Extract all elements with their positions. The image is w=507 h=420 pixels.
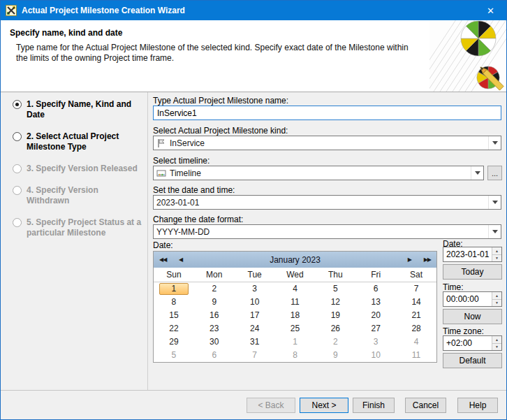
spinner-down-icon[interactable]: ▼	[492, 255, 501, 262]
wizard-step[interactable]: 1. Specify Name, Kind and Date	[13, 99, 142, 120]
calendar-day[interactable]: 9	[315, 349, 355, 362]
next-month-button[interactable]: ▶	[408, 252, 411, 268]
timezone-spinner[interactable]: +02:00 ▲ ▼	[443, 335, 502, 351]
calendar-day[interactable]: 30	[194, 335, 235, 349]
calendar-day[interactable]: 31	[235, 335, 275, 349]
calendar-day[interactable]: 13	[355, 296, 396, 309]
calendar-day[interactable]: 22	[154, 322, 194, 335]
calendar-day[interactable]: 7	[396, 282, 436, 296]
calendar-day[interactable]: 29	[154, 335, 194, 349]
calendar-day[interactable]: 21	[396, 309, 436, 322]
today-button[interactable]: Today	[443, 264, 502, 280]
kind-select[interactable]: InService	[153, 136, 501, 150]
prev-month-button[interactable]: ◀	[179, 252, 182, 268]
calendar-day[interactable]: 7	[235, 349, 275, 362]
timeline-value: Timeline	[170, 168, 471, 178]
date-spinner[interactable]: 2023-01-01 ▲ ▼	[443, 247, 502, 262]
format-dropdown-arrow-icon	[488, 225, 501, 238]
timeline-dropdown-arrow-icon	[471, 166, 483, 180]
calendar-day[interactable]: 2	[194, 282, 235, 296]
calendar-day[interactable]: 5	[154, 349, 194, 362]
time-spinner-value: 00:00:00	[443, 292, 492, 306]
calendar-header: ◀◀ ◀ January 2023 ▶ ▶▶	[154, 252, 436, 268]
calendar-day[interactable]: 8	[154, 296, 194, 309]
back-button: < Back	[247, 398, 295, 413]
prev-year-button[interactable]: ◀◀	[159, 252, 166, 268]
step-radio[interactable]	[13, 100, 22, 109]
calendar-day[interactable]: 6	[194, 349, 235, 362]
next-year-button[interactable]: ▶▶	[424, 252, 431, 268]
time-spinner[interactable]: 00:00:00 ▲ ▼	[443, 291, 502, 307]
cancel-button[interactable]: Cancel	[405, 398, 446, 413]
calendar-day[interactable]: 2	[315, 335, 355, 349]
now-button[interactable]: Now	[443, 309, 502, 324]
titlebar[interactable]: Actual Project Milestone Creation Wizard…	[1, 1, 506, 20]
main-panel: Type Actual Project Milestone name: Sele…	[153, 92, 502, 391]
calendar-day[interactable]: 12	[315, 296, 355, 309]
format-select[interactable]: YYYY-MM-DD	[153, 224, 501, 239]
datetime-label: Set the date and time:	[153, 185, 235, 195]
weekday-label: Tue	[235, 270, 275, 280]
calendar-day[interactable]: 26	[315, 322, 355, 335]
spinner-up-icon[interactable]: ▲	[492, 247, 501, 255]
calendar-day[interactable]: 1	[275, 335, 316, 349]
default-button[interactable]: Default	[443, 353, 502, 368]
calendar-day[interactable]: 6	[355, 282, 396, 296]
spinner-down-icon[interactable]: ▼	[492, 300, 501, 307]
timezone-spinner-value: +02:00	[443, 336, 492, 350]
calendar-day[interactable]: 19	[315, 309, 355, 322]
calendar-day[interactable]: 11	[275, 296, 316, 309]
timeline-label: Select timeline:	[153, 156, 210, 166]
date-spinner-value: 2023-01-01	[443, 247, 492, 261]
spinner-up-icon[interactable]: ▲	[492, 336, 501, 344]
calendar-day[interactable]: 16	[194, 309, 235, 322]
calendar-day[interactable]: 5	[315, 282, 355, 296]
calendar-day[interactable]: 17	[235, 309, 275, 322]
calendar-day[interactable]: 3	[355, 335, 396, 349]
help-button[interactable]: Help	[457, 398, 498, 413]
close-button[interactable]: ✕	[475, 1, 506, 20]
calendar-day[interactable]: 10	[235, 296, 275, 309]
wizard-dialog: Actual Project Milestone Creation Wizard…	[0, 0, 507, 420]
step-radio[interactable]	[13, 132, 22, 141]
weekday-label: Mon	[194, 270, 235, 280]
step-label: 5. Specify Project Status at a particula…	[27, 217, 142, 238]
calendar-day[interactable]: 18	[275, 309, 316, 322]
next-button[interactable]: Next >	[300, 398, 348, 413]
calendar-grid: 1234567891011121314151617181920212223242…	[154, 282, 436, 362]
kind-label: Select Actual Project Milestone kind:	[153, 126, 288, 136]
calendar-day[interactable]: 1	[154, 282, 194, 296]
timeline-select[interactable]: Timeline	[153, 166, 484, 180]
spinner-up-icon[interactable]: ▲	[492, 292, 501, 300]
calendar-day[interactable]: 24	[235, 322, 275, 335]
calendar-day[interactable]: 20	[355, 309, 396, 322]
calendar-day[interactable]: 14	[396, 296, 436, 309]
finish-button[interactable]: Finish	[353, 398, 395, 413]
weekday-label: Fri	[355, 270, 396, 280]
datetime-value: 2023-01-01	[156, 198, 488, 208]
calendar-day[interactable]: 28	[396, 322, 436, 335]
calendar-day[interactable]: 10	[355, 349, 396, 362]
calendar-day[interactable]: 27	[355, 322, 396, 335]
wizard-step: 4. Specify Version Withdrawn	[13, 185, 142, 206]
calendar-day[interactable]: 3	[235, 282, 275, 296]
spinner-down-icon[interactable]: ▼	[492, 344, 501, 351]
side-timezone-label: Time zone:	[443, 326, 484, 336]
timeline-browse-button[interactable]: ...	[487, 166, 502, 180]
wizard-steps: 1. Specify Name, Kind and Date2. Select …	[1, 92, 148, 391]
calendar-day[interactable]: 11	[396, 349, 436, 362]
timezone-spinner-buttons: ▲ ▼	[492, 336, 501, 350]
calendar-day[interactable]: 4	[396, 335, 436, 349]
calendar-day[interactable]: 23	[194, 322, 235, 335]
calendar-day[interactable]: 15	[154, 309, 194, 322]
wizard-step[interactable]: 2. Select Actual Project Milestone Type	[13, 131, 142, 152]
wizard-step: 3. Specify Version Released	[13, 164, 142, 174]
datetime-select[interactable]: 2023-01-01	[153, 195, 501, 210]
step-label: 4. Specify Version Withdrawn	[27, 185, 142, 206]
milestone-name-input[interactable]	[153, 106, 501, 120]
calendar-day[interactable]: 8	[275, 349, 316, 362]
calendar-section-label: Date:	[153, 240, 173, 250]
calendar-day[interactable]: 9	[194, 296, 235, 309]
calendar-day[interactable]: 25	[275, 322, 316, 335]
calendar-day[interactable]: 4	[275, 282, 316, 296]
